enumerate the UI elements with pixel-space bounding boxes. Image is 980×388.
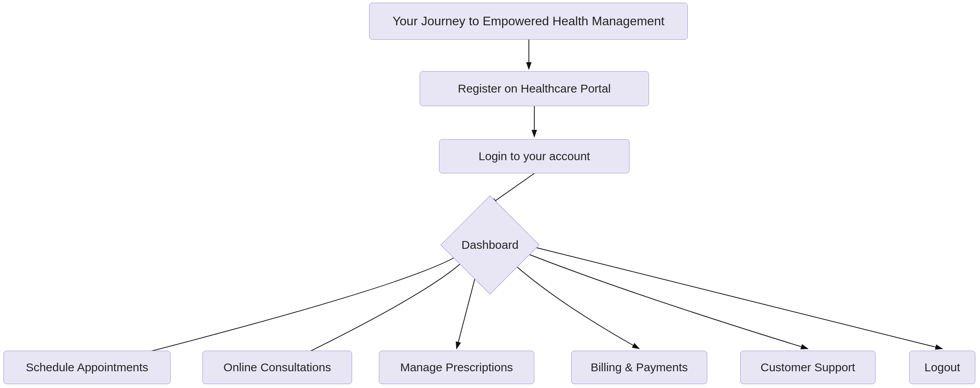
- register-node: Register on Healthcare Portal: [420, 71, 649, 106]
- online-node: Online Consultations: [202, 351, 352, 384]
- arrows-svg: [0, 0, 980, 388]
- svg-line-2: [490, 173, 534, 204]
- logout-node: Logout: [909, 351, 975, 384]
- schedule-node: Schedule Appointments: [3, 351, 171, 384]
- diagram-container: Your Journey to Empowered Health Managem…: [0, 0, 980, 388]
- title-node: Your Journey to Empowered Health Managem…: [369, 3, 688, 40]
- billing-node: Billing & Payments: [571, 351, 707, 384]
- support-node: Customer Support: [740, 351, 875, 384]
- dashboard-node: Dashboard: [451, 206, 529, 284]
- prescriptions-node: Manage Prescriptions: [379, 351, 534, 384]
- login-node: Login to your account: [439, 139, 630, 173]
